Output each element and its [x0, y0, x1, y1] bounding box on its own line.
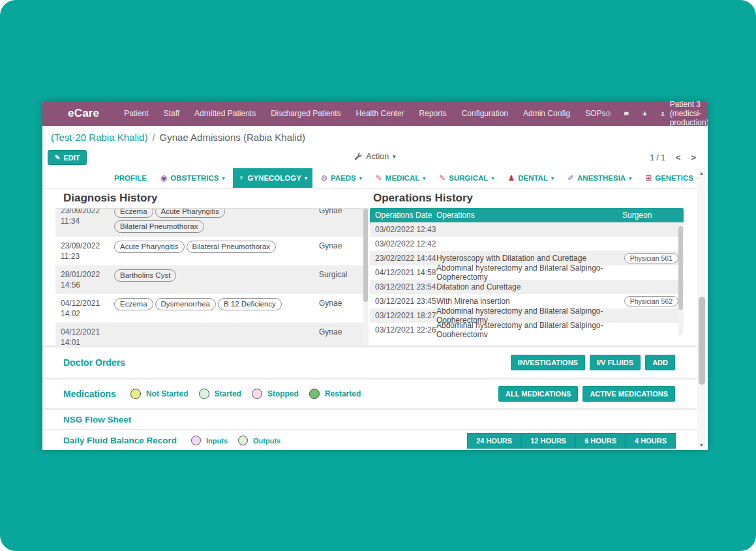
- operation-row[interactable]: 03/12/2021 23:54 Dilatation and Curettag…: [370, 280, 684, 294]
- nav-item-staff[interactable]: Staff: [164, 109, 179, 118]
- add-button[interactable]: ADD: [645, 355, 675, 370]
- tab-profile[interactable]: PROFILE: [109, 168, 152, 188]
- diagnosis-tag: Eczema: [114, 298, 153, 310]
- col-operations: Operations: [436, 211, 622, 220]
- diagnosis-row[interactable]: 23/09/202211:34 Eczema Acute Pharyngitis…: [55, 208, 369, 237]
- nav-item-admitted-patients[interactable]: Admitted Patients: [194, 109, 256, 118]
- legend-label: Outputs: [253, 437, 280, 445]
- medications-legend: Not Started Started Stopped Restarted: [130, 389, 366, 399]
- medical-icon: ✎: [376, 173, 382, 183]
- breadcrumb-parent-link[interactable]: (Test-20 Rabia Khalid): [51, 132, 147, 143]
- operation-row[interactable]: 04/12/2021 14:58 Abdominal hysterectomy …: [370, 265, 684, 280]
- chevron-down-icon: ▾: [423, 175, 425, 181]
- 4-hours-button[interactable]: 4 HOURS: [626, 434, 675, 448]
- tab-surgical[interactable]: ✎SURGICAL▾: [434, 168, 499, 188]
- diagnosis-type: Gynae: [319, 208, 359, 233]
- activities-clock-icon[interactable]: [605, 109, 611, 119]
- tab-label: SURGICAL: [449, 174, 488, 182]
- top-navbar: eCare Patient Staff Admitted Patients Di…: [42, 101, 708, 126]
- scroll-up-icon[interactable]: ▲: [697, 169, 706, 177]
- diagnosis-scrollbar[interactable]: [363, 209, 368, 346]
- fluid-legend: Inputs Outputs: [191, 436, 286, 445]
- user-menu[interactable]: Patient 3 (medicsi-production) ▾: [660, 101, 708, 127]
- tab-anesthesia[interactable]: ✐ANESTHESIA▾: [562, 168, 637, 188]
- diagnosis-history-title: Diagnosis History: [55, 188, 369, 208]
- diagnosis-tag: Acute Pharyngitis: [114, 241, 185, 253]
- pager-next-icon[interactable]: >: [691, 153, 696, 162]
- operations-history-title: Operations History: [370, 188, 684, 208]
- diagnosis-table[interactable]: 23/09/202211:34 Eczema Acute Pharyngitis…: [55, 208, 369, 346]
- diagnosis-type: Gynae: [319, 298, 359, 319]
- tab-label: ANESTHESIA: [577, 174, 626, 182]
- chevron-down-icon: ▾: [629, 175, 631, 181]
- surgical-icon: ✎: [439, 173, 446, 183]
- nav-item-patient[interactable]: Patient: [124, 109, 148, 118]
- 24-hours-button[interactable]: 24 HOURS: [468, 434, 521, 448]
- scroll-down-icon[interactable]: ▼: [697, 441, 706, 449]
- bug-icon[interactable]: [642, 109, 648, 119]
- operation-name: Hysteroscopy with Dilatation and Curetta…: [436, 254, 622, 263]
- tab-medical[interactable]: ✎MEDICAL▾: [370, 168, 431, 188]
- nav-item-discharged-patients[interactable]: Discharged Patients: [271, 109, 340, 118]
- tab-dental[interactable]: ♟DENTAL▾: [502, 168, 559, 188]
- chevron-down-icon: ▾: [305, 175, 307, 181]
- tab-gynecology[interactable]: ♆GYNECOLOGY▾: [233, 168, 312, 188]
- nav-item-reports[interactable]: Reports: [419, 109, 447, 118]
- operations-scrollbar[interactable]: [678, 224, 683, 336]
- gynecology-icon: ♆: [238, 173, 244, 183]
- nsg-flow-sheet-title: NSG Flow Sheet: [63, 415, 131, 424]
- operation-row[interactable]: 03/12/2021 22:26 Abdominal hysterectomy …: [370, 323, 684, 337]
- pager-prev-icon[interactable]: <: [676, 153, 681, 162]
- operation-date: 03/02/2022 12:43: [375, 225, 436, 234]
- action-dropdown[interactable]: Action ▾: [354, 152, 395, 161]
- 6-hours-button[interactable]: 6 HOURS: [576, 434, 625, 448]
- active-medications-button[interactable]: ACTIVE MEDICATIONS: [582, 386, 675, 402]
- iv-fluids-button[interactable]: I/V FLUIDS: [590, 355, 641, 370]
- navbar-menu: Patient Staff Admitted Patients Discharg…: [124, 109, 605, 118]
- tab-genetics[interactable]: ⊞GENETICS▾: [640, 168, 704, 188]
- brand-logo[interactable]: eCare: [68, 107, 99, 120]
- inputs-dot-icon: [191, 436, 201, 445]
- record-tabbar: PROFILE ◉OBSTETRICS▾ ♆GYNECOLOGY▾ ⊚PAEDS…: [42, 168, 708, 188]
- diagnosis-history-section: Diagnosis History 23/09/202211:34 Eczema…: [55, 188, 369, 346]
- tab-label: PAEDS: [331, 174, 356, 182]
- messages-icon[interactable]: [624, 109, 629, 119]
- diagnosis-time: 11:23: [61, 251, 114, 261]
- diagnosis-date: 04/12/2021: [61, 298, 114, 308]
- legend-label: Stopped: [267, 389, 299, 398]
- all-medications-button[interactable]: ALL MEDICATIONS: [498, 386, 578, 402]
- breadcrumb-separator: /: [152, 132, 155, 143]
- 12-hours-button[interactable]: 12 HOURS: [522, 434, 575, 448]
- operation-date: 23/02/2022 14:44: [375, 254, 436, 263]
- operation-row[interactable]: 03/02/2022 12:42: [370, 237, 684, 251]
- nav-item-admin-config[interactable]: Admin Config: [523, 109, 570, 118]
- scrollbar-thumb[interactable]: [699, 297, 705, 385]
- investigations-button[interactable]: INVESTIGATIONS: [511, 355, 585, 370]
- operation-row[interactable]: 03/02/2022 12:43: [370, 222, 684, 237]
- main-scrollbar[interactable]: ▲ ▼: [697, 168, 706, 450]
- operation-date: 03/02/2022 12:42: [375, 239, 436, 248]
- fluid-balance-title: Daily Fluid Balance Record: [63, 436, 177, 445]
- diagnosis-tag: Bilateral Pneumothorax: [114, 220, 204, 233]
- scrollbar-thumb[interactable]: [363, 209, 368, 302]
- tab-obstetrics[interactable]: ◉OBSTETRICS▾: [155, 168, 230, 188]
- nav-item-sops[interactable]: SOPs: [585, 109, 605, 118]
- navbar-right: Patient 3 (medicsi-production) ▾: [605, 101, 708, 127]
- operations-table[interactable]: Operations Date Operations Surgeon 03/02…: [370, 208, 684, 337]
- app-window: eCare Patient Staff Admitted Patients Di…: [42, 101, 708, 450]
- restarted-dot-icon: [309, 389, 320, 399]
- diagnosis-row[interactable]: 28/01/202214:56 Bartholins Cyst Surgical: [55, 265, 369, 294]
- action-label: Action: [366, 152, 389, 161]
- diagnosis-row[interactable]: 04/12/202114:01 Gynae: [55, 323, 369, 346]
- apps-menu-icon[interactable]: [52, 109, 53, 119]
- diagnosis-tag: Dysmenorrhea: [155, 298, 216, 310]
- diagnosis-type: Gynae: [319, 327, 359, 346]
- nav-item-health-center[interactable]: Health Center: [356, 109, 404, 118]
- diagnosis-row[interactable]: 23/09/202211:23 Acute Pharyngitis Bilate…: [55, 237, 369, 265]
- diagnosis-tag: Bilateral Pneumothorax: [187, 241, 277, 253]
- scrollbar-thumb[interactable]: [678, 226, 683, 310]
- nav-item-configuration[interactable]: Configuration: [462, 109, 508, 118]
- tab-paeds[interactable]: ⊚PAEDS▾: [316, 168, 367, 188]
- diagnosis-row[interactable]: 04/12/202114:02 Eczema Dysmenorrhea B 12…: [55, 294, 369, 323]
- col-surgeon: Surgeon: [622, 211, 678, 220]
